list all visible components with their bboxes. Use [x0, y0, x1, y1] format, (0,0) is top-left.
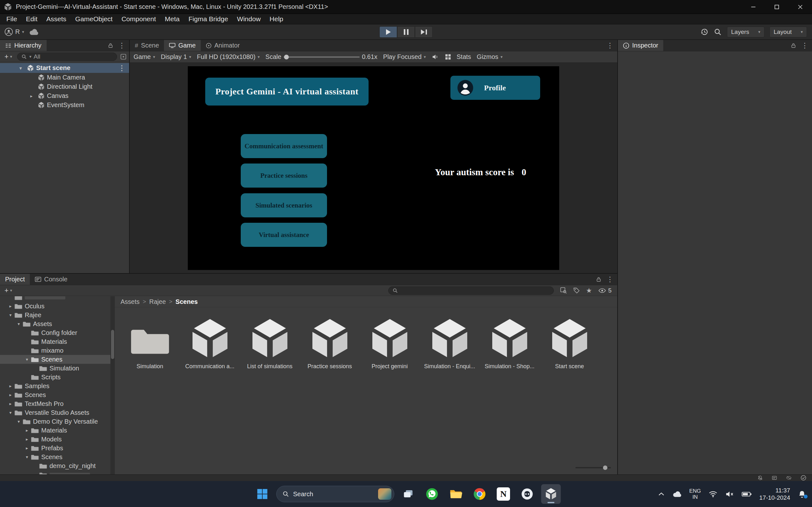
tab-project[interactable]: Project — [0, 274, 30, 285]
start-button[interactable] — [252, 484, 272, 504]
asset-practice-sessions[interactable]: Practice sessions — [300, 317, 360, 370]
button-virtual-assistance[interactable]: Virtual assistance — [241, 223, 327, 247]
resolution-dropdown[interactable]: Full HD (1920x1080)▾ — [197, 53, 260, 60]
panel-menu-icon[interactable]: ⋮ — [606, 276, 613, 283]
hierarchy-item-eventsystem[interactable]: EventSystem — [0, 101, 129, 110]
asset-project-gemini[interactable]: Project gemini — [360, 317, 420, 370]
play-focused-dropdown[interactable]: Play Focused▾ — [383, 53, 426, 60]
tree-arrow-icon[interactable]: ▸ — [6, 383, 14, 389]
tree-arrow-icon[interactable]: ▾ — [23, 454, 31, 459]
menu-assets[interactable]: Assets — [42, 15, 71, 23]
status-ok-icon[interactable] — [801, 475, 806, 481]
hierarchy-search-field[interactable]: ▾ All — [17, 53, 117, 61]
step-button[interactable] — [415, 26, 433, 38]
tree-arrow-icon[interactable]: ▾ — [14, 321, 23, 326]
taskbar-search-box[interactable]: Search — [276, 486, 394, 502]
project-tree-materials[interactable]: Materials — [0, 337, 110, 346]
project-tree-config-folder[interactable]: Config folder — [0, 328, 110, 337]
tab-game[interactable]: Game — [164, 40, 200, 51]
minimize-button[interactable] — [742, 0, 765, 14]
asset-list-of-simulations[interactable]: List of simulations — [240, 317, 300, 370]
project-tree-assets[interactable]: ▾Assets — [0, 320, 110, 328]
search-highlight-image[interactable] — [378, 488, 392, 500]
menu-edit[interactable]: Edit — [21, 15, 42, 23]
project-tree-prefabs[interactable]: ▸Prefabs — [0, 444, 110, 452]
unity-taskbar-button[interactable] — [541, 484, 561, 504]
display-dropdown[interactable]: Display 1▾ — [161, 53, 191, 60]
wifi-icon[interactable] — [709, 491, 717, 498]
tab-animator[interactable]: Animator — [201, 40, 245, 51]
cloud-services-button[interactable] — [29, 29, 39, 36]
vsync-grid-icon[interactable] — [445, 54, 451, 60]
project-tree-demo-city-by-versatile[interactable]: ▾Demo City By Versatile — [0, 417, 110, 426]
tree-arrow-icon[interactable]: ▸ — [23, 437, 31, 442]
tree-arrow-icon[interactable]: ▾ — [6, 410, 14, 415]
tab-scene[interactable]: #Scene — [130, 40, 164, 51]
lock-icon[interactable] — [791, 43, 796, 48]
gizmos-dropdown[interactable]: Gizmos▾ — [477, 53, 502, 60]
menu-figma-bridge[interactable]: Figma Bridge — [184, 15, 233, 23]
asset-simulation-enqui[interactable]: Simulation - Enqui... — [420, 317, 479, 370]
favorites-star-icon[interactable]: ★ — [586, 287, 592, 294]
copilot-button[interactable] — [517, 484, 537, 504]
tab-console[interactable]: Console — [30, 274, 72, 285]
clock[interactable]: 11:37 17-10-2024 — [759, 487, 790, 501]
project-tree-scenes[interactable]: ▾Scenes — [0, 452, 110, 461]
tree-arrow-icon[interactable]: ▾ — [14, 419, 23, 424]
close-button[interactable] — [789, 0, 812, 14]
language-indicator[interactable]: ENG IN — [689, 488, 701, 500]
project-zoom-slider[interactable] — [575, 465, 611, 470]
project-tree-rajee[interactable]: ▾Rajee — [0, 311, 110, 320]
menu-help[interactable]: Help — [265, 15, 288, 23]
project-tree-models[interactable]: ▸Models — [0, 435, 110, 444]
play-button[interactable] — [379, 26, 397, 38]
button-simulated-scenarios[interactable]: Simulated scenarios — [241, 193, 327, 217]
task-view-button[interactable] — [398, 484, 418, 504]
notification-bell-icon[interactable] — [798, 490, 806, 498]
menu-component[interactable]: Component — [117, 15, 160, 23]
collapse-arrow-icon[interactable]: ▾ — [16, 66, 25, 71]
asset-communication-a[interactable]: Communication a... — [180, 317, 240, 370]
expand-arrow-icon[interactable]: ▸ — [27, 94, 36, 99]
button-communication-assessment[interactable]: Communication assessment — [241, 134, 327, 158]
breadcrumb-scenes[interactable]: Scenes — [175, 298, 198, 305]
game-mode-dropdown[interactable]: Game▾ — [134, 53, 155, 60]
tab-hierarchy[interactable]: Hierarchy — [0, 40, 47, 51]
search-button[interactable] — [714, 28, 722, 36]
whatsapp-button[interactable] — [422, 484, 442, 504]
hierarchy-item-canvas[interactable]: ▸Canvas — [0, 91, 129, 101]
activity-icon[interactable] — [772, 475, 777, 481]
notifications-muted-icon[interactable] — [757, 475, 763, 481]
hierarchy-item-directional-light[interactable]: Directional Light — [0, 82, 129, 91]
notion-button[interactable]: N — [494, 484, 513, 504]
project-tree-scenes[interactable]: ▸Scenes — [0, 390, 110, 399]
tree-arrow-icon[interactable]: ▸ — [23, 428, 31, 433]
hierarchy-create-button[interactable]: +▾ — [3, 53, 14, 61]
menu-file[interactable]: File — [2, 15, 21, 23]
breadcrumb-rajee[interactable]: Rajee — [149, 298, 166, 305]
volume-muted-icon[interactable] — [725, 491, 734, 498]
project-tree-simulation[interactable]: Simulation — [0, 364, 110, 373]
breadcrumb-assets[interactable]: Assets — [120, 298, 140, 305]
menu-gameobject[interactable]: GameObject — [71, 15, 117, 23]
scale-slider-thumb[interactable] — [284, 55, 289, 59]
scene-picker-icon[interactable] — [120, 54, 126, 60]
tree-arrow-icon[interactable]: ▸ — [6, 392, 14, 397]
project-tree-mixamo[interactable]: mixamo — [0, 346, 110, 355]
tree-arrow-icon[interactable]: ▸ — [6, 401, 14, 406]
project-tree-demo-city-night[interactable]: demo_city_night — [0, 461, 110, 470]
scale-slider[interactable] — [284, 56, 360, 58]
pause-button[interactable] — [397, 26, 415, 38]
maximize-button[interactable] — [765, 0, 789, 14]
stats-toggle[interactable]: Stats — [457, 53, 471, 60]
project-tree-scenes[interactable]: ▾Scenes — [0, 355, 110, 364]
account-button[interactable]: R ▾ — [4, 27, 24, 36]
panel-menu-icon[interactable]: ⋮ — [801, 42, 808, 49]
project-tree-textmesh-pro[interactable]: ▸TextMesh Pro — [0, 399, 110, 408]
scrollbar-thumb[interactable] — [111, 330, 114, 359]
onedrive-cloud-icon[interactable] — [672, 491, 681, 498]
search-by-label-icon[interactable] — [573, 287, 580, 294]
tree-arrow-icon[interactable]: ▾ — [6, 313, 14, 318]
asset-simulation-shop[interactable]: Simulation - Shop... — [479, 317, 540, 370]
asset-simulation[interactable]: Simulation — [120, 317, 180, 370]
